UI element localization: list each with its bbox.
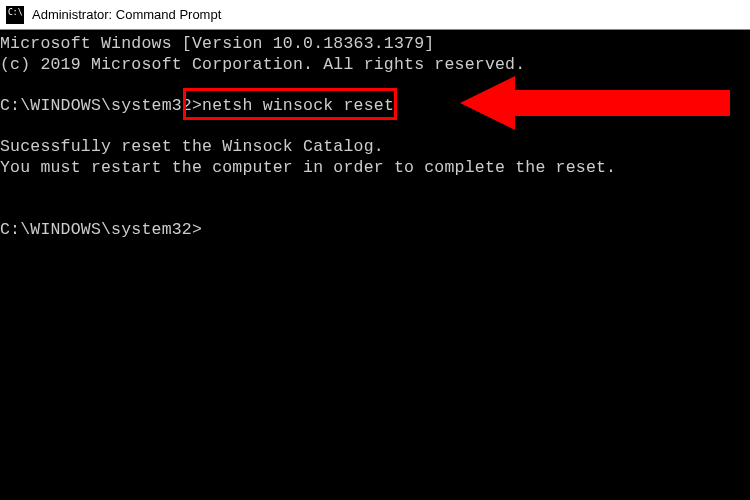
cmd-icon xyxy=(6,6,24,24)
entered-command: netsh winsock reset xyxy=(202,96,394,117)
terminal-output[interactable]: Microsoft Windows [Version 10.0.18363.13… xyxy=(0,30,750,500)
blank-line xyxy=(0,117,750,138)
command-line: C:\WINDOWS\system32>netsh winsock reset xyxy=(0,96,750,117)
window-titlebar[interactable]: Administrator: Command Prompt xyxy=(0,0,750,30)
prompt-ready: C:\WINDOWS\system32> xyxy=(0,220,750,241)
result-line: Sucessfully reset the Winsock Catalog. xyxy=(0,137,750,158)
copyright-line: (c) 2019 Microsoft Corporation. All righ… xyxy=(0,55,750,76)
blank-line xyxy=(0,75,750,96)
version-line: Microsoft Windows [Version 10.0.18363.13… xyxy=(0,34,750,55)
blank-line xyxy=(0,178,750,199)
prompt-path: C:\WINDOWS\system32> xyxy=(0,96,202,117)
window-title: Administrator: Command Prompt xyxy=(32,7,221,22)
blank-line xyxy=(0,199,750,220)
result-line: You must restart the computer in order t… xyxy=(0,158,750,179)
